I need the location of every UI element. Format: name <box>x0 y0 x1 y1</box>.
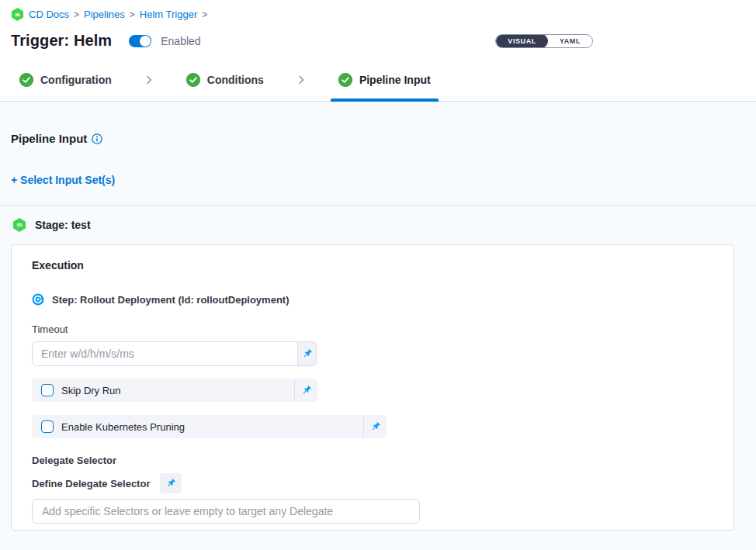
breadcrumb-link-cd-docs[interactable]: CD Docs <box>29 9 69 20</box>
checkbox-label: Skip Dry Run <box>61 385 121 396</box>
svg-text:∞: ∞ <box>16 220 23 229</box>
timeout-input[interactable] <box>32 341 298 366</box>
skip-dry-run-checkbox[interactable] <box>41 384 54 396</box>
wizard-tab-bar: Configuration Conditions P <box>0 59 756 102</box>
stage-label: Stage: test <box>35 219 91 231</box>
chevron-right-icon <box>143 59 155 101</box>
breadcrumb: ∞ CD Docs > Pipelines > Helm Trigger > <box>11 8 745 21</box>
tab-label: Configuration <box>40 74 112 86</box>
execution-title: Execution <box>32 259 713 272</box>
tab-label: Pipeline Input <box>359 74 431 86</box>
pin-icon[interactable] <box>160 473 182 493</box>
info-icon[interactable] <box>92 133 102 144</box>
check-circle-icon <box>19 73 33 87</box>
pipeline-input-panel: Pipeline Input + Select Input Set(s) ∞ S… <box>0 102 756 550</box>
pin-icon[interactable] <box>294 379 317 402</box>
delegate-selectors-input[interactable] <box>32 499 420 524</box>
skip-dry-run-checkbox-area[interactable]: Skip Dry Run <box>32 384 294 396</box>
tab-configuration[interactable]: Configuration <box>12 59 120 101</box>
trigger-page: ∞ CD Docs > Pipelines > Helm Trigger > T… <box>0 0 756 550</box>
pin-icon[interactable] <box>298 341 317 366</box>
breadcrumb-separator: > <box>130 9 135 20</box>
enable-kubernetes-pruning-checkbox-area[interactable]: Enable Kubernetes Pruning <box>32 420 363 433</box>
toggle-knob <box>140 36 151 47</box>
page-title: Trigger: Helm <box>11 32 112 50</box>
yaml-segment-button[interactable]: YAML <box>548 34 592 48</box>
tab-conditions[interactable]: Conditions <box>179 59 272 101</box>
execution-card: Execution Step: Rollout Deployment (Id: … <box>11 244 734 531</box>
enable-kubernetes-pruning-row: Enable Kubernetes Pruning <box>32 415 387 438</box>
visual-yaml-toggle: VISUAL YAML <box>495 34 593 48</box>
breadcrumb-separator: > <box>202 9 207 20</box>
section-title: Pipeline Input <box>11 132 87 145</box>
stage-row[interactable]: ∞ Stage: test <box>0 206 756 244</box>
enabled-toggle[interactable] <box>129 35 151 47</box>
check-circle-icon <box>338 73 352 87</box>
checkbox-label: Enable Kubernetes Pruning <box>61 421 185 433</box>
skip-dry-run-row: Skip Dry Run <box>32 379 317 402</box>
define-delegate-row: Define Delegate Selector <box>32 473 713 493</box>
title-row: Trigger: Helm Enabled VISUAL YAML <box>11 32 745 50</box>
tab-pipeline-input[interactable]: Pipeline Input <box>331 59 439 101</box>
tab-label: Conditions <box>207 74 264 86</box>
select-input-sets-button[interactable]: + Select Input Set(s) <box>11 174 756 186</box>
step-row: Step: Rollout Deployment (Id: rolloutDep… <box>32 293 713 306</box>
define-delegate-selector-label: Define Delegate Selector <box>32 478 150 489</box>
timeout-label: Timeout <box>32 323 713 335</box>
rollout-deployment-icon <box>32 293 44 306</box>
breadcrumb-link-pipelines[interactable]: Pipelines <box>84 9 125 20</box>
enable-kubernetes-pruning-checkbox[interactable] <box>41 420 54 433</box>
pin-icon[interactable] <box>363 415 387 438</box>
harness-cd-icon: ∞ <box>11 8 24 21</box>
step-label: Step: Rollout Deployment (Id: rolloutDep… <box>52 294 290 306</box>
harness-cd-icon: ∞ <box>12 218 26 232</box>
breadcrumb-separator: > <box>74 9 79 20</box>
visual-segment-button[interactable]: VISUAL <box>496 34 548 48</box>
page-header: ∞ CD Docs > Pipelines > Helm Trigger > T… <box>0 0 756 59</box>
timeout-input-group <box>32 341 317 366</box>
enabled-toggle-label: Enabled <box>161 35 200 47</box>
delegate-selector-label: Delegate Selector <box>32 455 713 466</box>
check-circle-icon <box>186 73 200 87</box>
section-title-row: Pipeline Input <box>0 102 756 145</box>
svg-text:∞: ∞ <box>15 10 21 19</box>
breadcrumb-link-helm-trigger[interactable]: Helm Trigger <box>140 9 197 20</box>
chevron-right-icon <box>295 59 307 101</box>
